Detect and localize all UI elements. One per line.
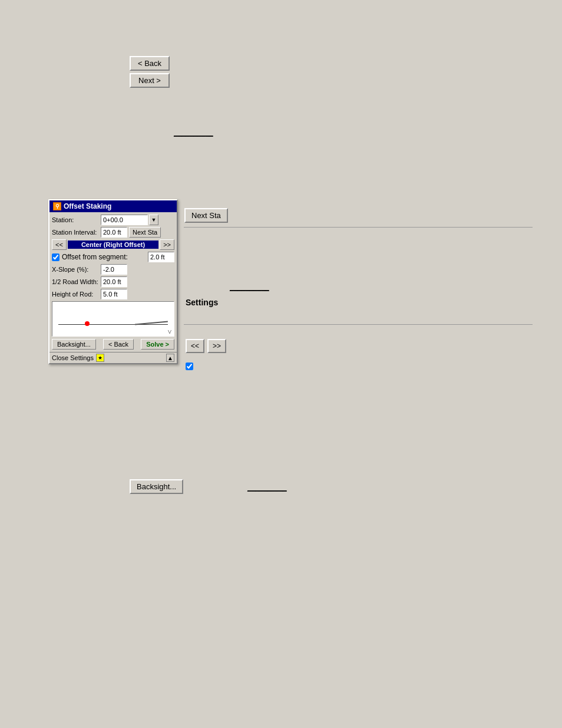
backsight-link[interactable]: __________: [247, 483, 306, 492]
close-settings-bar: Close Settings ★ ▲: [49, 352, 177, 363]
backsight-lower-button[interactable]: Backsight...: [130, 479, 183, 494]
dialog-icon: ⚲: [53, 202, 61, 210]
nav-right-button[interactable]: >>: [160, 239, 174, 250]
right-nav-right[interactable]: >>: [207, 339, 226, 353]
rod-height-row: Height of Rod:: [52, 289, 174, 299]
station-input[interactable]: [101, 215, 148, 225]
profile-v-label: V: [168, 329, 171, 335]
road-width-row: 1/2 Road Width:: [52, 276, 174, 287]
dialog-bottom-buttons: Backsight... < Back Solve >: [52, 339, 174, 350]
solve-button[interactable]: Solve >: [141, 339, 174, 350]
next-sta-button[interactable]: Next Sta: [184, 208, 228, 223]
nav-left-button[interactable]: <<: [52, 239, 67, 250]
settings-link[interactable]: __________: [230, 283, 269, 291]
offset-checkbox-row: Offset from segment:: [52, 252, 174, 262]
settings-link-area: __________: [230, 283, 269, 291]
right-checkbox-area: [186, 363, 193, 370]
right-nav-arrows: << >>: [186, 339, 226, 353]
top-navigation: < Back Next >: [130, 56, 170, 88]
dialog-body: Station: ▼ Station Interval: Next Sta <<…: [49, 212, 177, 352]
settings-label: Settings: [186, 298, 218, 307]
triangle-icon: ▲: [166, 354, 174, 362]
station-row: Station: ▼: [52, 215, 174, 225]
xslope-row: X-Slope (%):: [52, 264, 174, 275]
next-button[interactable]: Next >: [130, 73, 170, 88]
xslope-input[interactable]: [101, 264, 127, 275]
offset-label: Offset from segment:: [62, 253, 128, 261]
right-checkbox[interactable]: [186, 363, 193, 370]
station-interval-input[interactable]: [101, 227, 127, 238]
station-dropdown[interactable]: ▼: [149, 215, 158, 225]
offset-input[interactable]: [148, 252, 174, 262]
top-link[interactable]: __________: [174, 129, 233, 137]
road-width-label: 1/2 Road Width:: [52, 278, 99, 285]
center-nav-row: << Center (Right Offset) >>: [52, 239, 174, 250]
dialog-titlebar: ⚲ Offset Staking: [49, 200, 177, 212]
offset-staking-dialog: ⚲ Offset Staking Station: ▼ Station Inte…: [48, 199, 178, 364]
center-label: Center (Right Offset): [68, 241, 158, 249]
xslope-label: X-Slope (%):: [52, 266, 99, 273]
profile-view: V: [52, 301, 174, 337]
yellow-settings-icon[interactable]: ★: [96, 354, 104, 362]
rod-height-label: Height of Rod:: [52, 291, 99, 298]
right-nav-left[interactable]: <<: [186, 339, 204, 353]
station-label: Station:: [52, 216, 99, 223]
profile-dot: [85, 321, 90, 326]
hr-bottom: [184, 324, 533, 325]
profile-line: [58, 324, 168, 325]
station-interval-row: Station Interval: Next Sta: [52, 227, 174, 238]
station-interval-label: Station Interval:: [52, 229, 99, 236]
backsight-button[interactable]: Backsight...: [52, 339, 96, 350]
dialog-title: Offset Staking: [64, 202, 111, 210]
dialog-next-sta-button[interactable]: Next Sta: [129, 227, 161, 238]
dialog-back-button[interactable]: < Back: [103, 339, 134, 350]
rod-height-input[interactable]: [101, 289, 127, 299]
back-button[interactable]: < Back: [130, 56, 170, 71]
station-input-group: ▼: [101, 215, 158, 225]
hr-top: [184, 227, 533, 228]
road-width-input[interactable]: [101, 276, 127, 287]
close-settings-label[interactable]: Close Settings: [52, 354, 94, 361]
offset-checkbox[interactable]: [52, 253, 59, 261]
